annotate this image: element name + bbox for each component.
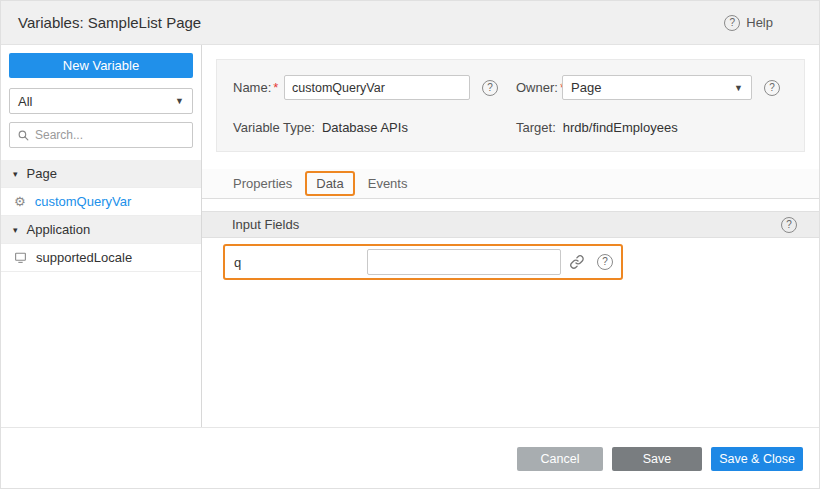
save-button[interactable]: Save (612, 447, 702, 471)
chevron-down-icon: ▼ (175, 96, 184, 106)
target-label: Target: (516, 120, 556, 135)
input-fields-header: Input Fields ? (202, 211, 819, 238)
tree-item-label: supportedLocale (36, 250, 132, 265)
detail-tabs: Properties Data Events (202, 169, 819, 199)
search-icon (17, 129, 30, 142)
owner-select-value: Page (571, 80, 601, 95)
save-and-close-button[interactable]: Save & Close (711, 447, 803, 471)
owner-label: Owner:* (516, 80, 562, 95)
owner-select[interactable]: Page ▼ (562, 75, 752, 100)
q-field-help-icon[interactable]: ? (597, 254, 613, 270)
variable-summary-form: Name:* ? Owner:* Page ▼ ? (216, 59, 805, 152)
tree-item-label: customQueryVar (35, 194, 132, 209)
tree-item-customqueryvar[interactable]: ⚙ customQueryVar (1, 188, 201, 216)
owner-help-icon[interactable]: ? (764, 80, 780, 96)
search-box[interactable] (9, 122, 193, 148)
bind-link-icon[interactable] (569, 254, 585, 270)
tree-group-label: Application (27, 222, 91, 237)
help-label: Help (746, 15, 773, 30)
tree-group-application[interactable]: ▾ Application (1, 216, 201, 244)
tree-item-supportedlocale[interactable]: supportedLocale (1, 244, 201, 272)
collapse-arrow-icon: ▾ (13, 169, 18, 179)
search-input[interactable] (35, 128, 185, 142)
dialog-body: New Variable All ▼ ▾ Page (1, 45, 819, 428)
q-field-annotation-box: q ? (223, 244, 623, 280)
variables-dialog: Variables: SampleList Page ? Help New Va… (0, 0, 820, 489)
dialog-header: Variables: SampleList Page ? Help (1, 1, 819, 45)
variables-sidebar: New Variable All ▼ ▾ Page (1, 45, 202, 427)
variable-type-value: Database APIs (322, 120, 408, 135)
page-title: Variables: SampleList Page (18, 14, 201, 31)
collapse-arrow-icon: ▾ (13, 225, 18, 235)
new-variable-button[interactable]: New Variable (9, 53, 193, 78)
filter-select-value: All (18, 94, 32, 109)
tab-events[interactable]: Events (367, 174, 409, 193)
input-fields-help-icon[interactable]: ? (781, 217, 797, 233)
chevron-down-icon: ▼ (734, 83, 743, 93)
name-input[interactable] (284, 75, 470, 100)
input-fields-body: q ? (202, 238, 819, 280)
tree-group-page[interactable]: ▾ Page (1, 160, 201, 188)
name-help-icon[interactable]: ? (482, 80, 498, 96)
service-variable-icon: ⚙ (14, 195, 26, 208)
input-fields-title: Input Fields (232, 217, 299, 232)
variable-detail-panel: Name:* ? Owner:* Page ▼ ? (202, 45, 819, 427)
variable-type-label: Variable Type: (233, 120, 315, 135)
tab-properties[interactable]: Properties (232, 174, 293, 193)
filter-select[interactable]: All ▼ (9, 88, 193, 114)
help-button[interactable]: ? Help (724, 15, 773, 31)
tree-group-label: Page (27, 166, 57, 181)
cancel-button[interactable]: Cancel (517, 447, 603, 471)
q-field-label: q (234, 255, 367, 270)
target-value: hrdb/findEmployees (563, 120, 678, 135)
tab-data[interactable]: Data (305, 171, 354, 196)
required-marker: * (273, 80, 278, 95)
locale-variable-icon (14, 251, 27, 264)
name-label: Name:* (233, 80, 284, 95)
variables-tree: ▾ Page ⚙ customQueryVar ▾ Application (1, 160, 201, 272)
help-icon: ? (724, 15, 740, 31)
dialog-footer: Cancel Save Save & Close (1, 428, 819, 489)
q-field-input[interactable] (367, 249, 561, 275)
